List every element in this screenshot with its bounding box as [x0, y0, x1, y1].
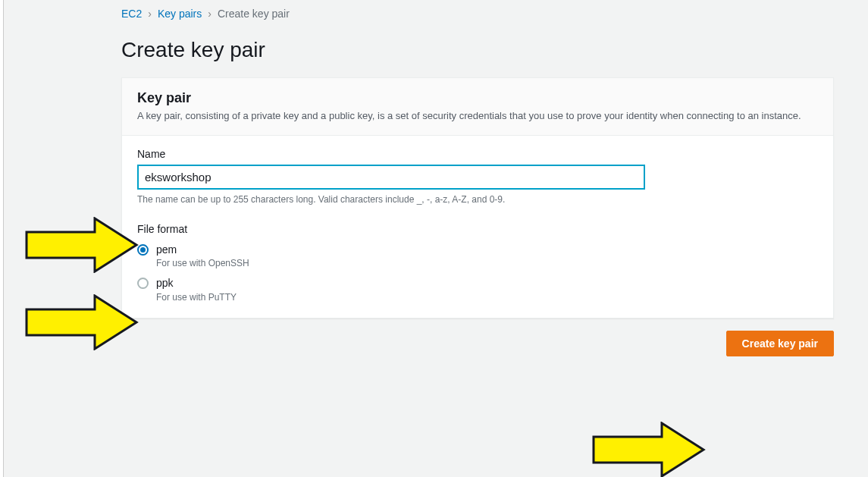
breadcrumb-current: Create key pair: [218, 8, 290, 20]
radio-ppk-desc: For use with PuTTY: [156, 292, 237, 303]
radio-pem-desc: For use with OpenSSH: [156, 258, 249, 268]
page-title: Create key pair: [121, 38, 838, 62]
panel-title: Key pair: [137, 90, 818, 106]
file-format-section: File format pem For use with OpenSSH ppk…: [137, 223, 818, 302]
radio-row-ppk[interactable]: ppk For use with PuTTY: [137, 276, 818, 302]
breadcrumb: EC2 › Key pairs › Create key pair: [121, 0, 838, 20]
radio-pem[interactable]: [137, 244, 149, 256]
action-row: Create key pair: [121, 331, 834, 356]
keypair-panel: Key pair A key pair, consisting of a pri…: [121, 77, 834, 319]
radio-ppk-label: ppk: [156, 276, 237, 290]
svg-marker-0: [27, 218, 136, 271]
name-label: Name: [137, 148, 818, 160]
chevron-right-icon: ›: [148, 8, 152, 20]
name-input[interactable]: [137, 165, 645, 190]
panel-header: Key pair A key pair, consisting of a pri…: [122, 78, 833, 136]
breadcrumb-ec2[interactable]: EC2: [121, 8, 142, 20]
chevron-right-icon: ›: [208, 8, 212, 20]
main-content: EC2 › Key pairs › Create key pair Create…: [121, 0, 838, 356]
radio-row-pem[interactable]: pem For use with OpenSSH: [137, 243, 818, 268]
sidebar-edge: [0, 0, 4, 477]
file-format-label: File format: [137, 223, 818, 235]
svg-marker-2: [594, 423, 703, 476]
radio-ppk[interactable]: [137, 278, 149, 289]
breadcrumb-keypairs[interactable]: Key pairs: [158, 8, 202, 20]
panel-body: Name The name can be up to 255 character…: [122, 136, 833, 317]
create-keypair-button[interactable]: Create key pair: [726, 331, 834, 356]
name-help: The name can be up to 255 characters lon…: [137, 194, 818, 205]
svg-marker-1: [27, 296, 136, 349]
panel-description: A key pair, consisting of a private key …: [137, 109, 818, 123]
radio-pem-label: pem: [156, 243, 249, 256]
annotation-arrow-icon: [590, 422, 707, 477]
